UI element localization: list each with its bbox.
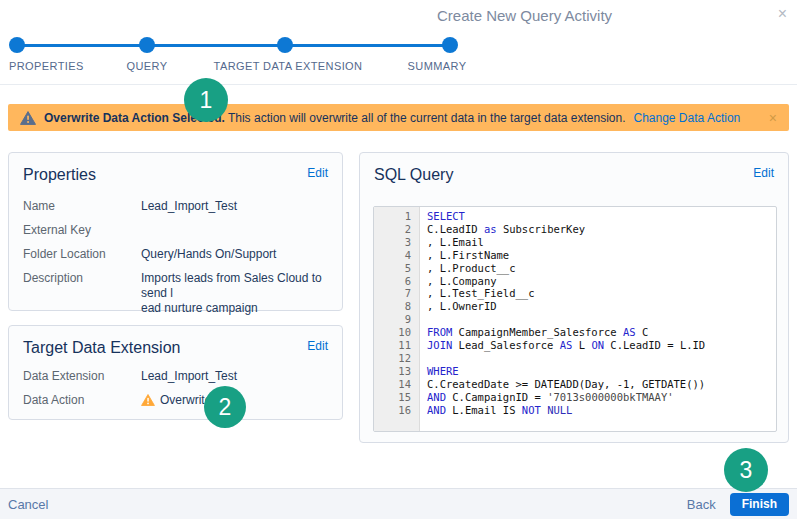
properties-card: Properties Edit Name Lead_Import_Test Ex… [8, 152, 343, 311]
wizard-step-label-properties[interactable]: PROPERTIES [9, 60, 84, 72]
sql-line-number: 16 [374, 404, 411, 417]
sql-line-number: 15 [374, 391, 411, 404]
sql-code-line: , L.Test_Field__c [427, 287, 776, 300]
sql-line-number: 12 [374, 352, 411, 365]
change-data-action-link[interactable]: Change Data Action [634, 111, 741, 125]
sql-line-number-gutter: 12345678910111213141516 [374, 207, 420, 431]
banner-detail-text: This action will overwrite all of the cu… [228, 111, 626, 125]
banner-text: Overwrite Data Action Selected.This acti… [44, 111, 626, 125]
field-label: Description [23, 271, 141, 316]
wizard-step-label-summary[interactable]: SUMMARY [408, 60, 467, 72]
sql-code-line: AND L.Email IS NOT NULL [427, 404, 776, 417]
sql-line-number: 1 [374, 210, 411, 223]
field-value: Overwrite [141, 393, 211, 407]
sql-line-number: 11 [374, 339, 411, 352]
target-card-title: Target Data Extension [23, 339, 180, 357]
field-label: External Key [23, 223, 141, 237]
sql-line-number: 13 [374, 365, 411, 378]
header-divider [0, 84, 797, 85]
sql-code-line: , L.Product__c [427, 262, 776, 275]
properties-card-title: Properties [23, 166, 96, 184]
wizard-progress-line [17, 44, 450, 47]
target-data-extension-card: Target Data Extension Edit Data Extensio… [8, 325, 343, 420]
sql-line-number: 5 [374, 262, 411, 275]
wizard-step-label-target-data-extension[interactable]: TARGET DATA EXTENSION [214, 60, 363, 72]
annotation-circle-2: 2 [204, 386, 246, 428]
target-edit-link[interactable]: Edit [307, 339, 328, 353]
sql-code-line: AND C.CampaignID = '7013s000000bkTMAAY' [427, 391, 776, 404]
sql-code-line: SELECT [427, 210, 776, 223]
sql-code-line: JOIN Lead_Salesforce AS L ON C.LeadID = … [427, 339, 776, 352]
field-row-data-extension: Data Extension Lead_Import_Test [23, 369, 328, 383]
wizard-step-dot-properties[interactable] [9, 37, 25, 53]
sql-line-number: 4 [374, 249, 411, 262]
overwrite-warning-icon [141, 394, 155, 406]
properties-edit-link[interactable]: Edit [307, 166, 328, 180]
field-value: Imports leads from Sales Cloud to send l… [141, 271, 328, 316]
sql-code-line: WHERE [427, 365, 776, 378]
close-icon[interactable]: × [778, 4, 787, 24]
cancel-button[interactable]: Cancel [8, 497, 48, 512]
wizard-step-dot-target-data-extension[interactable] [277, 37, 293, 53]
annotation-circle-1: 1 [184, 78, 228, 122]
field-row-data-action: Data Action Overwrite [23, 393, 328, 407]
field-label: Data Extension [23, 369, 141, 383]
field-label: Name [23, 199, 141, 213]
finish-button[interactable]: Finish [730, 493, 789, 516]
sql-edit-link[interactable]: Edit [753, 166, 774, 180]
sql-code-line: FROM CampaignMember_Salesforce AS C [427, 326, 776, 339]
sql-line-number: 6 [374, 275, 411, 288]
field-value: Lead_Import_Test [141, 199, 237, 213]
field-row-name: Name Lead_Import_Test [23, 199, 328, 213]
sql-query-card: SQL Query Edit 12345678910111213141516 S… [359, 152, 789, 443]
page-title: Create New Query Activity [437, 7, 612, 24]
overwrite-warning-banner: Overwrite Data Action Selected.This acti… [8, 104, 789, 131]
sql-code-line: C.CreatedDate >= DATEADD(Day, -1, GETDAT… [427, 378, 776, 391]
sql-code-line [427, 352, 776, 365]
sql-line-number: 8 [374, 300, 411, 313]
field-label: Folder Location [23, 247, 141, 261]
description-line-1: Imports leads from Sales Cloud to send l [141, 271, 328, 301]
sql-code-line [427, 313, 776, 326]
sql-line-number: 9 [374, 313, 411, 326]
back-button[interactable]: Back [687, 497, 716, 512]
sql-code-area: SELECTC.LeadID as SubscriberKey, L.Email… [420, 207, 776, 431]
sql-line-number: 10 [374, 326, 411, 339]
field-value: Lead_Import_Test [141, 369, 237, 383]
wizard-step-dot-summary[interactable] [442, 37, 458, 53]
sql-code-line: C.LeadID as SubscriberKey [427, 223, 776, 236]
wizard-step-dot-query[interactable] [139, 37, 155, 53]
sql-code-line: , L.Email [427, 236, 776, 249]
sql-line-number: 2 [374, 223, 411, 236]
sql-line-number: 14 [374, 378, 411, 391]
field-row-description: Description Imports leads from Sales Clo… [23, 271, 328, 316]
banner-close-icon[interactable]: × [769, 110, 777, 126]
warning-triangle-icon [20, 111, 36, 125]
sql-editor[interactable]: 12345678910111213141516 SELECTC.LeadID a… [373, 206, 777, 432]
field-value: Query/Hands On/Support [141, 247, 276, 261]
sql-code-line: , L.Company [427, 275, 776, 288]
field-label: Data Action [23, 393, 141, 407]
wizard-step-label-query[interactable]: QUERY [127, 60, 168, 72]
annotation-circle-3: 3 [724, 448, 768, 492]
sql-line-number: 7 [374, 287, 411, 300]
sql-card-title: SQL Query [374, 166, 453, 184]
field-row-folder-location: Folder Location Query/Hands On/Support [23, 247, 328, 261]
description-line-2: ead nurture campaign [141, 301, 328, 316]
field-row-external-key: External Key [23, 223, 328, 237]
create-query-activity-modal: Create New Query Activity × PROPERTIES Q… [0, 0, 797, 519]
sql-code-line: , L.FirstName [427, 249, 776, 262]
sql-line-number: 3 [374, 236, 411, 249]
modal-footer: Cancel Back Finish [0, 488, 797, 519]
sql-code-line: , L.OwnerID [427, 300, 776, 313]
